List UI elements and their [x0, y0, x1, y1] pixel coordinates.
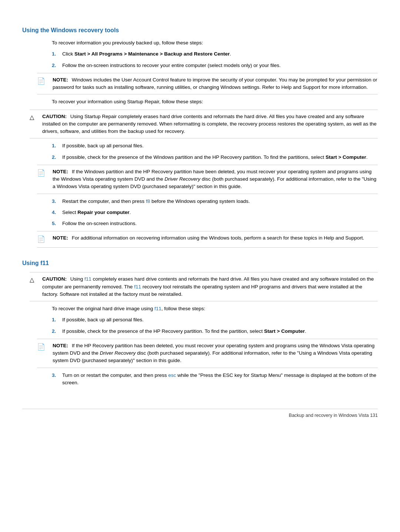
step-text: Click Start > All Programs > Maintenance… [62, 50, 378, 58]
note-content: NOTE: For additional information on reco… [53, 234, 364, 244]
step-number: 1. [52, 142, 62, 150]
note-text: For additional information on recovering… [72, 235, 364, 241]
link-f8: f8 [146, 198, 150, 204]
note-box-3: 📄 NOTE: For additional information on re… [37, 231, 378, 248]
italic-text: Driver Recovery [100, 350, 136, 356]
caution-icon: △ [30, 113, 40, 135]
step-text: Follow the on-screen instructions. [62, 220, 378, 227]
step-text: If possible, back up all personal files. [62, 316, 378, 324]
step-number: 2. [52, 328, 62, 335]
caution-text: Using Startup Repair completely erases h… [42, 114, 377, 134]
step-number: 5. [52, 220, 62, 227]
note-box-4: 📄 NOTE: If the HP Recovery partition has… [37, 339, 378, 368]
note-box-2: 📄 NOTE: If the Windows partition and the… [37, 165, 378, 194]
note-label: NOTE: [53, 343, 68, 348]
step-text: Turn on or restart the computer, and the… [62, 372, 378, 387]
note-label: NOTE: [53, 77, 68, 83]
list-item: 1. Click Start > All Programs > Maintena… [52, 50, 378, 58]
section1-intro: To recover information you previously ba… [52, 39, 378, 47]
footer: Backup and recovery in Windows Vista 131 [22, 409, 378, 419]
list-item: 3. Turn on or restart the computer, and … [52, 372, 378, 387]
caution-icon: △ [30, 275, 40, 298]
note-label: NOTE: [53, 235, 68, 241]
section2-intro: To recover the original hard drive image… [52, 305, 378, 312]
section1-steps3: 3. Restart the computer, and then press … [52, 198, 378, 228]
note-icon: 📄 [37, 168, 50, 191]
bold-text: Start > Computer [326, 154, 366, 160]
step-number: 3. [52, 198, 62, 205]
note-box-1: 📄 NOTE: Windows includes the User Accoun… [37, 73, 378, 95]
caution-label: CAUTION: [42, 114, 67, 119]
step-text: If possible, check for the presence of t… [62, 154, 378, 161]
list-item: 2. If possible, check for the presence o… [52, 328, 378, 335]
section2-steps: 1. If possible, back up all personal fil… [52, 316, 378, 335]
list-item: 5. Follow the on-screen instructions. [52, 220, 378, 227]
link-f11-2: f11 [134, 284, 141, 290]
section1: Using the Windows recovery tools To reco… [22, 26, 378, 248]
step-text: If possible, back up all personal files. [62, 142, 378, 150]
note-content: NOTE: If the HP Recovery partition has b… [53, 342, 378, 365]
list-item: 3. Restart the computer, and then press … [52, 198, 378, 205]
bold-text: Start > All Programs > Maintenance > Bac… [74, 51, 230, 57]
step-number: 3. [52, 372, 62, 387]
section2-title: Using f11 [22, 259, 378, 268]
list-item: 4. Select Repair your computer. [52, 209, 378, 216]
note-label: NOTE: [53, 169, 68, 174]
section1-intro2: To recover your information using Startu… [52, 98, 378, 106]
caution-content: CAUTION: Using Startup Repair completely… [42, 113, 378, 135]
italic-text: Driver Recovery [164, 176, 200, 182]
note-text: Windows includes the User Account Contro… [53, 77, 377, 90]
section2: Using f11 △ CAUTION: Using f11 completel… [22, 259, 378, 387]
step-text: Restart the computer, and then press f8 … [62, 198, 378, 205]
step-number: 2. [52, 62, 62, 69]
note-text: If the Windows partition and the HP Reco… [53, 169, 376, 190]
link-esc: esc [168, 372, 176, 378]
link-f11: f11 [84, 276, 91, 282]
note-text: If the HP Recovery partition has been de… [53, 343, 374, 364]
list-item: 1. If possible, back up all personal fil… [52, 142, 378, 150]
bold-text: Start > Computer [264, 328, 305, 334]
step-number: 1. [52, 316, 62, 324]
caution-content: CAUTION: Using f11 completely erases har… [42, 275, 378, 298]
section1-title: Using the Windows recovery tools [22, 26, 378, 35]
note-content: NOTE: Windows includes the User Account … [53, 76, 378, 91]
caution-text: Using f11 completely erases hard drive c… [42, 276, 374, 297]
section2-steps2: 3. Turn on or restart the computer, and … [52, 372, 378, 387]
section1-steps: 1. Click Start > All Programs > Maintena… [52, 50, 378, 69]
note-icon: 📄 [37, 76, 50, 91]
step-number: 2. [52, 154, 62, 161]
link-f11-3: f11 [154, 306, 161, 311]
list-item: 1. If possible, back up all personal fil… [52, 316, 378, 324]
note-icon: 📄 [37, 234, 50, 244]
list-item: 2. If possible, check for the presence o… [52, 154, 378, 161]
list-item: 2. Follow the on-screen instructions to … [52, 62, 378, 69]
section1-steps2: 1. If possible, back up all personal fil… [52, 142, 378, 161]
note-content: NOTE: If the Windows partition and the H… [53, 168, 378, 191]
caution-label: CAUTION: [42, 276, 67, 282]
footer-text: Backup and recovery in Windows Vista 131 [289, 412, 378, 419]
note-icon: 📄 [37, 342, 50, 365]
step-text: Select Repair your computer. [62, 209, 378, 216]
step-number: 4. [52, 209, 62, 216]
step-number: 1. [52, 50, 62, 58]
bold-text: Repair your computer [77, 210, 129, 215]
step-text: If possible, check for the presence of t… [62, 328, 378, 335]
caution-box-2: △ CAUTION: Using f11 completely erases h… [30, 272, 378, 301]
caution-box-1: △ CAUTION: Using Startup Repair complete… [30, 110, 378, 139]
step-text: Follow the on-screen instructions to rec… [62, 62, 378, 69]
